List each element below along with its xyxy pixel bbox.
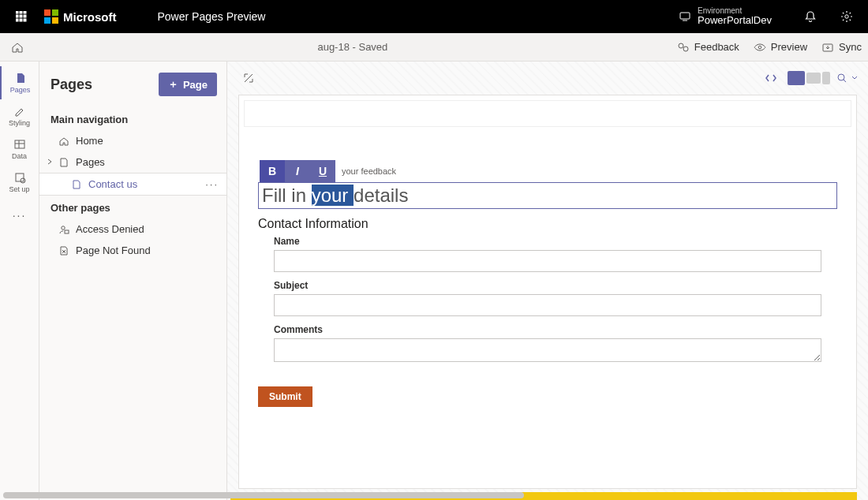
comments-label: Comments [274, 324, 821, 335]
page-icon [58, 157, 69, 168]
environment-name: PowerPortalDev [698, 15, 772, 26]
feedback-button[interactable]: Feedback [677, 41, 739, 54]
rail-item-pages[interactable]: Pages [0, 66, 39, 99]
heading-part: details [354, 185, 408, 206]
page-missing-icon [58, 245, 69, 256]
person-lock-icon [58, 224, 69, 235]
rail-item-setup[interactable]: Set up [0, 166, 39, 199]
svg-rect-0 [16, 11, 18, 13]
device-desktop-button[interactable] [788, 71, 805, 85]
form-section-title: Contact Information [258, 217, 837, 231]
command-bar: aug-18 - Saved Feedback Preview Sync [0, 33, 868, 62]
heading-selection: your [312, 185, 354, 206]
name-input[interactable] [274, 250, 821, 272]
global-topbar: Microsoft Power Pages Preview Environmen… [0, 0, 868, 33]
device-preview-group [788, 71, 830, 85]
comments-input[interactable] [274, 338, 821, 362]
submit-button[interactable]: Submit [258, 386, 312, 407]
heading-part: Fill in [262, 185, 312, 206]
feedback-label: Feedback [694, 41, 739, 53]
tree-item-contact-us[interactable]: Contact us ··· [39, 173, 226, 196]
zoom-icon [836, 73, 847, 84]
device-tablet-button[interactable] [806, 73, 821, 84]
tree-item-pages[interactable]: Pages [39, 151, 226, 173]
heading-edit-field[interactable]: Fill in your details [258, 182, 837, 209]
italic-button[interactable]: I [285, 160, 310, 182]
pages-panel: Pages ＋ Page Main navigation Home Pages … [39, 62, 227, 500]
microsoft-logo: Microsoft [44, 9, 117, 24]
add-page-button[interactable]: ＋ Page [159, 73, 217, 96]
settings-icon[interactable] [833, 3, 860, 30]
svg-rect-9 [680, 13, 690, 19]
svg-rect-3 [16, 15, 18, 17]
plus-icon: ＋ [168, 77, 178, 91]
rail-item-styling[interactable]: Styling [0, 99, 39, 132]
chevron-down-icon [851, 74, 859, 82]
svg-point-13 [758, 46, 761, 49]
rail-item-more[interactable]: ··· [0, 199, 39, 232]
svg-rect-5 [24, 15, 26, 17]
more-actions-icon[interactable]: ··· [205, 178, 219, 190]
home-icon [58, 136, 69, 147]
underline-button[interactable]: U [310, 160, 335, 182]
device-phone-button[interactable] [822, 72, 830, 84]
rail-label: Pages [10, 86, 31, 94]
pages-panel-title: Pages [51, 76, 92, 93]
rail-label: Data [12, 152, 27, 160]
svg-point-12 [683, 47, 688, 51]
design-canvas: B I U your feedback Fill in your details… [227, 62, 868, 500]
app-title: Power Pages Preview [158, 10, 266, 23]
svg-point-18 [62, 226, 65, 229]
add-page-label: Page [183, 79, 208, 91]
bold-button[interactable]: B [260, 160, 285, 182]
zoom-control[interactable] [836, 73, 859, 84]
preview-label: Preview [771, 41, 807, 53]
tree-item-home[interactable]: Home [39, 130, 226, 151]
svg-rect-4 [20, 15, 22, 17]
svg-rect-16 [16, 174, 24, 181]
svg-rect-2 [24, 11, 26, 13]
svg-point-17 [21, 178, 25, 183]
document-status: aug-18 - Saved [28, 41, 677, 53]
name-label: Name [274, 236, 821, 247]
text-format-toolbar: B I U your feedback [260, 160, 402, 182]
svg-point-20 [838, 74, 844, 80]
tree-item-access-denied[interactable]: Access Denied [39, 218, 226, 240]
tree-label: Pages [76, 156, 105, 168]
horizontal-scrollbar[interactable] [3, 492, 524, 498]
svg-point-11 [679, 43, 683, 48]
svg-rect-1 [20, 11, 22, 13]
preview-button[interactable]: Preview [754, 41, 807, 54]
app-launcher-icon[interactable] [8, 3, 35, 30]
home-breadcrumb-icon[interactable] [6, 41, 28, 54]
tree-label: Access Denied [76, 223, 144, 235]
page-icon [71, 179, 82, 190]
subject-input[interactable] [274, 294, 821, 316]
tree-item-page-not-found[interactable]: Page Not Found [39, 240, 226, 261]
code-view-icon[interactable] [761, 68, 781, 88]
page-surface[interactable]: B I U your feedback Fill in your details… [238, 95, 857, 489]
sync-button[interactable]: Sync [821, 41, 862, 54]
document-name: aug-18 [317, 41, 349, 53]
canvas-toolbar [761, 68, 859, 88]
chevron-right-icon[interactable] [46, 156, 54, 168]
toolbar-context-hint: your feedback [335, 166, 402, 176]
expand-handle-icon[interactable] [238, 68, 259, 88]
svg-point-10 [845, 15, 848, 18]
notifications-icon[interactable] [797, 3, 824, 30]
tree-label: Home [76, 135, 103, 147]
environment-picker[interactable]: Environment PowerPortalDev [679, 6, 772, 26]
sync-label: Sync [839, 41, 862, 53]
tree-label: Page Not Found [76, 244, 151, 256]
rail-item-data[interactable]: Data [0, 132, 39, 166]
svg-rect-15 [15, 140, 24, 148]
rail-label: Styling [9, 119, 30, 127]
tree-label: Contact us [88, 178, 137, 190]
rail-label: Set up [9, 185, 29, 193]
environment-icon [679, 10, 691, 23]
left-rail: Pages Styling Data Set up ··· [0, 62, 39, 500]
saved-suffix: - Saved [350, 41, 387, 53]
svg-rect-8 [24, 19, 26, 21]
svg-rect-19 [65, 230, 69, 233]
svg-rect-6 [16, 19, 18, 21]
